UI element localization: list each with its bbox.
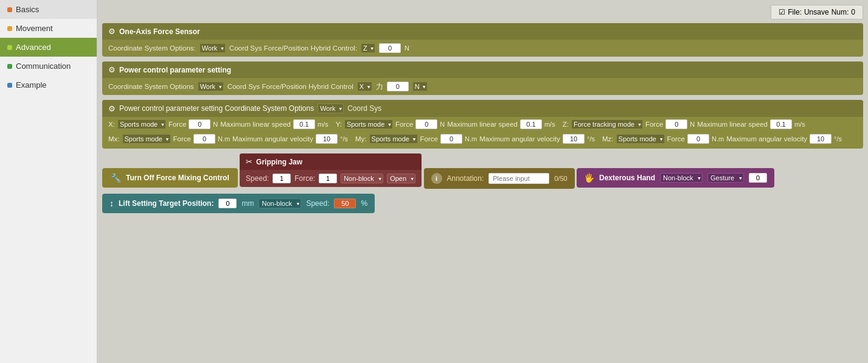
gripping-action-wrapper: Open ▼: [387, 174, 415, 183]
file-icon: ☑: [779, 8, 785, 16]
sidebar-label-advanced: Advanced: [16, 43, 51, 52]
b3-mz-deg: °/s: [834, 135, 842, 143]
sidebar-item-communication[interactable]: Communication: [0, 57, 97, 76]
sidebar: Basics Movement Advanced Communication E…: [0, 0, 97, 363]
b3-x-mode-wrapper: Sports mode ▼: [117, 119, 166, 129]
power-large-icon: ⚙: [108, 104, 116, 113]
gripping-mode-wrapper: Non-block ▼: [341, 174, 383, 183]
b3-mx-label: Mx:: [108, 135, 120, 143]
b1-force-input[interactable]: [379, 43, 401, 53]
gripping-mode-select[interactable]: Non-block: [341, 174, 383, 183]
power-control-small-block: ⚙ Power control parameter setting Coordi…: [102, 62, 863, 95]
b3-mx-force-input[interactable]: [193, 134, 215, 144]
dexterous-mode-wrapper: Non-block ▼: [660, 173, 703, 183]
power-small-title: Power control parameter setting: [119, 66, 231, 74]
sidebar-item-advanced[interactable]: Advanced: [0, 38, 97, 57]
b3-coord-wrapper: Work ▼: [318, 104, 344, 113]
lift-title: Lift Setting Target Position:: [119, 199, 214, 208]
file-label: File:: [788, 8, 802, 16]
b3-mx-mode-wrapper: Sports mode ▼: [122, 134, 171, 144]
one-axis-icon: ⚙: [108, 27, 116, 36]
gripping-jaw-block: ✂ Gripping Jaw Speed: Force: Non-block ▼…: [240, 153, 422, 187]
b2-unit-select[interactable]: N: [412, 82, 428, 91]
sidebar-label-basics: Basics: [16, 5, 39, 14]
sidebar-label-example: Example: [16, 80, 47, 90]
b3-mz-mode-select[interactable]: Sports mode: [616, 134, 665, 144]
annotation-block: i Annotation: 0/50: [424, 168, 575, 189]
b3-mz-force-input[interactable]: [687, 134, 709, 144]
b3-mx-ang-label: Maximum angular velocity: [232, 135, 313, 143]
gripping-speed-input[interactable]: [273, 174, 291, 183]
annotation-input[interactable]: [488, 173, 549, 184]
annotation-icon: i: [431, 173, 442, 184]
lift-position-input[interactable]: [218, 199, 237, 208]
b3-z-ms: m/s: [794, 121, 805, 128]
b3-y-force-input[interactable]: [415, 119, 437, 129]
b3-my-mode-wrapper: Sports mode ▼: [369, 134, 418, 144]
b3-z-mode-select[interactable]: Force tracking mode: [571, 119, 643, 129]
b3-my-deg: °/s: [587, 135, 595, 143]
b3-y-mode-select[interactable]: Sports mode: [344, 119, 393, 129]
gripping-icon: ✂: [246, 157, 252, 166]
gripping-force-input[interactable]: [319, 174, 337, 183]
one-axis-block: ⚙ One-Axis Force Sensor Coordinate Syste…: [102, 23, 863, 57]
b3-mx-ang-input[interactable]: [316, 134, 338, 144]
b3-x-label: X:: [108, 121, 115, 128]
b3-x-force-input[interactable]: [189, 119, 210, 129]
sidebar-item-movement[interactable]: Movement: [0, 19, 97, 38]
b3-z-mode-wrapper: Force tracking mode ▼: [571, 119, 643, 129]
b3-mz-ang-input[interactable]: [810, 134, 832, 144]
b3-z-force-input[interactable]: [665, 119, 687, 129]
b1-axis-wrapper: Z ▼: [361, 43, 375, 53]
b3-y-force-label: Force: [395, 121, 413, 128]
b3-z-speed-input[interactable]: [770, 119, 792, 129]
b3-mx-mode-select[interactable]: Sports mode: [122, 134, 171, 144]
gripping-action-select[interactable]: Open: [387, 174, 415, 183]
b3-z-force-label: Force: [645, 121, 663, 128]
b2-coord-wrapper: Work ▼: [198, 82, 224, 91]
b3-x-max-label: Maximum linear speed: [220, 121, 291, 128]
dexterous-title: Dexterous Hand: [599, 174, 655, 182]
b2-coord-select[interactable]: Work: [198, 82, 224, 91]
b3-mz-label: Mz:: [602, 135, 614, 143]
b3-my-force-label: Force: [420, 135, 438, 143]
b3-my-force-input[interactable]: [440, 134, 462, 144]
gripping-title: Gripping Jaw: [256, 158, 302, 166]
b3-mz-mode-wrapper: Sports mode ▼: [616, 134, 665, 144]
dexterous-action-select[interactable]: Gesture: [707, 173, 744, 183]
gripping-force-label: Force:: [294, 174, 315, 183]
b3-my-unit: N.m: [465, 135, 477, 143]
b3-x-force-label: Force: [168, 121, 186, 128]
b2-unit-wrapper: N ▼: [412, 82, 428, 91]
example-dot: [7, 83, 12, 88]
b3-my-ang-label: Maximum angular velocity: [479, 135, 560, 143]
num-value: 0: [851, 8, 855, 16]
b3-y-max-label: Maximum linear speed: [447, 121, 518, 128]
sidebar-item-basics[interactable]: Basics: [0, 0, 97, 19]
b3-my-mode-select[interactable]: Sports mode: [369, 134, 418, 144]
lift-mode-select[interactable]: Non-block: [259, 199, 301, 208]
b3-x-speed-input[interactable]: [293, 119, 315, 129]
turnoff-button[interactable]: 🔧 Turn Off Force Mixing Control: [102, 168, 238, 188]
b3-mx-unit: N.m: [218, 135, 230, 143]
gripping-speed-label: Speed:: [246, 174, 269, 183]
b3-my-ang-input[interactable]: [563, 134, 585, 144]
lift-speed-input[interactable]: [334, 199, 356, 208]
annotation-char-count: 0/50: [554, 175, 567, 182]
b3-coord-select[interactable]: Work: [318, 104, 344, 113]
b3-y-speed-input[interactable]: [520, 119, 542, 129]
sidebar-item-example[interactable]: Example: [0, 76, 97, 94]
file-status: Unsave: [804, 8, 829, 16]
b3-y-ms: m/s: [544, 121, 555, 128]
dexterous-value-input[interactable]: [749, 173, 767, 183]
b2-axis-select[interactable]: X: [357, 82, 372, 91]
b3-mx-force-label: Force: [173, 135, 191, 143]
b2-force-input[interactable]: [387, 82, 409, 91]
b1-axis-select[interactable]: Z: [361, 43, 375, 53]
b3-z-max-label: Maximum linear speed: [697, 121, 768, 128]
dexterous-mode-select[interactable]: Non-block: [660, 173, 703, 183]
movement-dot: [7, 26, 12, 31]
b3-x-mode-select[interactable]: Sports mode: [117, 119, 166, 129]
b1-coord-select[interactable]: Work: [200, 43, 226, 53]
b3-y-label: Y:: [336, 121, 342, 128]
